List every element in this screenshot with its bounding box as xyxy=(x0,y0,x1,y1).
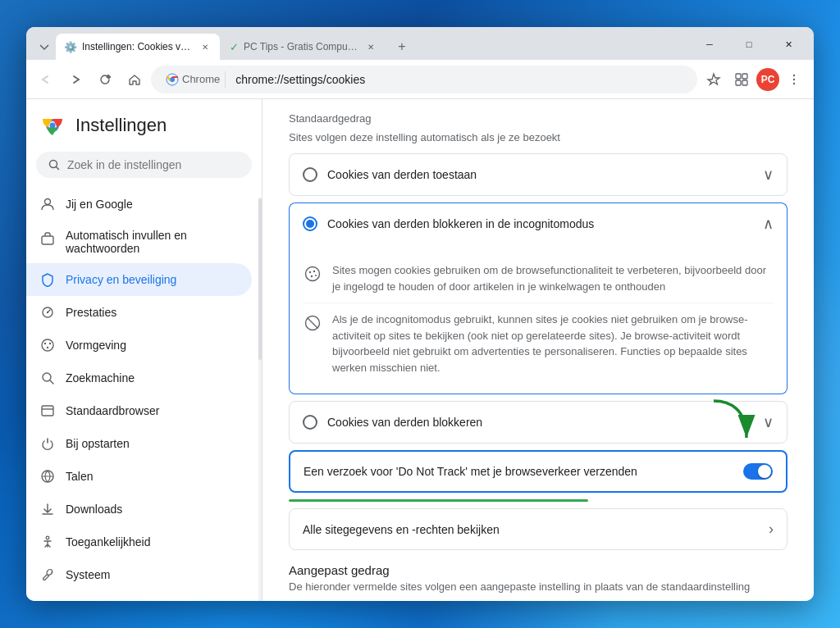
svg-point-17 xyxy=(42,339,53,351)
search2-icon xyxy=(39,370,56,386)
sidebar-label-vormgeving: Vormgeving xyxy=(66,339,126,352)
expanded-section: Sites mogen cookies gebruiken om de brow… xyxy=(289,244,788,394)
home-button[interactable] xyxy=(121,66,148,93)
accessibility-icon xyxy=(39,534,56,550)
tab-pctips[interactable]: ✓ PC Tips - Gratis Computer Tips ✕ xyxy=(221,34,386,60)
download-icon xyxy=(39,501,56,517)
chrome-badge: Chrome xyxy=(161,71,226,88)
briefcase-icon xyxy=(39,230,56,247)
close-button[interactable]: ✕ xyxy=(769,34,807,55)
search-input[interactable] xyxy=(67,158,240,171)
reset-icon xyxy=(39,599,56,601)
block-icon xyxy=(303,313,322,333)
radio-allow[interactable]: Cookies van derden toestaan ∨ xyxy=(289,153,788,196)
info-block-cookie: Sites mogen cookies gebruiken om de brow… xyxy=(303,254,774,303)
sidebar-nav: Jij en Google Automatisch invullen enwac… xyxy=(26,184,262,601)
window-controls: ─ □ ✕ xyxy=(691,34,807,55)
globe-icon xyxy=(39,468,56,485)
reload-button[interactable] xyxy=(92,66,118,93)
tab2-favicon: ✓ xyxy=(230,41,239,53)
radio-allow-left: Cookies van derden toestaan xyxy=(303,167,477,182)
svg-point-27 xyxy=(313,271,315,272)
tab-strip: ⚙️ Instellingen: Cookies van derde ✕ ✓ P… xyxy=(56,34,691,60)
sidebar-scrollbar-thumb[interactable] xyxy=(258,198,262,360)
sidebar-scrollbar xyxy=(258,198,262,601)
search-box[interactable] xyxy=(36,152,252,178)
radio-allow-circle xyxy=(303,167,317,182)
sidebar-label-autofill: Automatisch invullen enwachtwoorden xyxy=(66,229,187,255)
browser-window: ⚙️ Instellingen: Cookies van derde ✕ ✓ P… xyxy=(26,27,814,601)
sidebar-item-opstarten[interactable]: Bij opstarten xyxy=(26,427,252,460)
search-icon xyxy=(48,158,61,171)
sidebar-label-talen: Talen xyxy=(66,470,93,483)
svg-point-26 xyxy=(309,271,311,273)
info-block-block: Als je de incognitomodus gebruikt, kunne… xyxy=(303,303,774,384)
sidebar-item-resetten[interactable]: Instellingen resetten xyxy=(26,591,252,601)
info-text-block: Als je de incognitomodus gebruikt, kunne… xyxy=(332,312,774,375)
back-button[interactable] xyxy=(33,66,59,93)
svg-point-29 xyxy=(315,275,317,276)
bookmark-button[interactable] xyxy=(701,66,727,93)
sidebar-item-autofill[interactable]: Automatisch invullen enwachtwoorden xyxy=(26,221,252,263)
sidebar-label-privacy: Privacy en beveiliging xyxy=(66,273,176,286)
svg-point-6 xyxy=(793,74,795,75)
link-row[interactable]: Alle sitegegevens en -rechten bekijken › xyxy=(289,508,788,550)
sidebar-item-vormgeving[interactable]: Vormgeving xyxy=(26,329,252,362)
sidebar-item-standaardbrowser[interactable]: Standaardbrowser xyxy=(26,394,252,427)
tab-settings-cookies[interactable]: ⚙️ Instellingen: Cookies van derde ✕ xyxy=(56,34,220,60)
extensions-button[interactable] xyxy=(728,66,755,93)
svg-rect-3 xyxy=(742,74,747,79)
person-icon xyxy=(39,196,56,212)
tab1-label: Instellingen: Cookies van derde xyxy=(82,41,194,52)
sidebar-item-talen[interactable]: Talen xyxy=(26,460,252,493)
sidebar-label-toegankelijkheid: Toegankelijkheid xyxy=(66,535,151,548)
sidebar-item-downloads[interactable]: Downloads xyxy=(26,493,252,526)
panel-content: Standaardgedrag Sites volgen deze instel… xyxy=(262,99,814,601)
sidebar-label-downloads: Downloads xyxy=(66,503,122,516)
address-text: chrome://settings/cookies xyxy=(235,73,687,86)
radio-block-incognito-label: Cookies van derden blokkeren in de incog… xyxy=(327,217,594,230)
power-icon xyxy=(39,435,56,452)
radio-block-all-chevron: ∨ xyxy=(763,413,774,431)
sidebar-item-prestaties[interactable]: Prestaties xyxy=(26,296,252,329)
chrome-label: Chrome xyxy=(182,73,220,85)
radio-block-all-label: Cookies van derden blokkeren xyxy=(327,416,482,429)
svg-point-13 xyxy=(45,199,51,205)
green-highlight-bar xyxy=(289,499,588,502)
radio-block-incognito[interactable]: Cookies van derden blokkeren in de incog… xyxy=(289,203,788,244)
toggle-row[interactable]: Een verzoek voor 'Do Not Track' met je b… xyxy=(289,450,788,493)
palette-icon xyxy=(39,337,56,353)
radio-block-incognito-left: Cookies van derden blokkeren in de incog… xyxy=(303,216,594,231)
radio-block-all[interactable]: Cookies van derden blokkeren ∨ xyxy=(289,401,788,444)
forward-button[interactable] xyxy=(62,66,89,93)
maximize-button[interactable]: □ xyxy=(730,34,768,55)
radio-allow-label: Cookies van derden toestaan xyxy=(327,168,477,181)
nav-bar: Chrome chrome://settings/cookies PC xyxy=(26,60,814,99)
link-chevron: › xyxy=(769,521,774,538)
sidebar-item-jij-en-google[interactable]: Jij en Google xyxy=(26,188,252,221)
menu-button[interactable] xyxy=(781,66,807,93)
svg-point-19 xyxy=(49,343,51,344)
tab2-close-button[interactable]: ✕ xyxy=(364,40,377,53)
cookie-icon xyxy=(303,264,322,284)
tab-expand-button[interactable] xyxy=(33,35,56,58)
sidebar-item-toegankelijkheid[interactable]: Toegankelijkheid xyxy=(26,526,252,558)
minimize-button[interactable]: ─ xyxy=(691,34,728,55)
browser-icon xyxy=(39,403,56,419)
dnt-toggle[interactable] xyxy=(743,463,773,480)
tab1-favicon: ⚙️ xyxy=(64,41,77,53)
sidebar-item-systeem[interactable]: Systeem xyxy=(26,558,252,591)
new-tab-button[interactable]: + xyxy=(390,35,413,58)
settings-panel: Standaardgedrag Sites volgen deze instel… xyxy=(262,99,814,601)
profile-button[interactable]: PC xyxy=(756,68,779,91)
standard-behavior-heading: Standaardgedrag xyxy=(289,99,788,131)
radio-block-all-left: Cookies van derden blokkeren xyxy=(303,415,482,430)
svg-point-21 xyxy=(43,373,51,381)
tab1-close-button[interactable]: ✕ xyxy=(199,40,212,53)
sidebar-item-zoekmachine[interactable]: Zoekmachine xyxy=(26,362,252,394)
svg-point-16 xyxy=(47,312,48,313)
sidebar-item-privacy[interactable]: Privacy en beveiliging xyxy=(26,263,252,296)
sidebar: Instellingen Jij en Google Automati xyxy=(26,99,262,601)
standard-behavior-desc: Sites volgen deze instelling automatisch… xyxy=(289,131,788,153)
address-bar[interactable]: Chrome chrome://settings/cookies xyxy=(151,66,697,93)
